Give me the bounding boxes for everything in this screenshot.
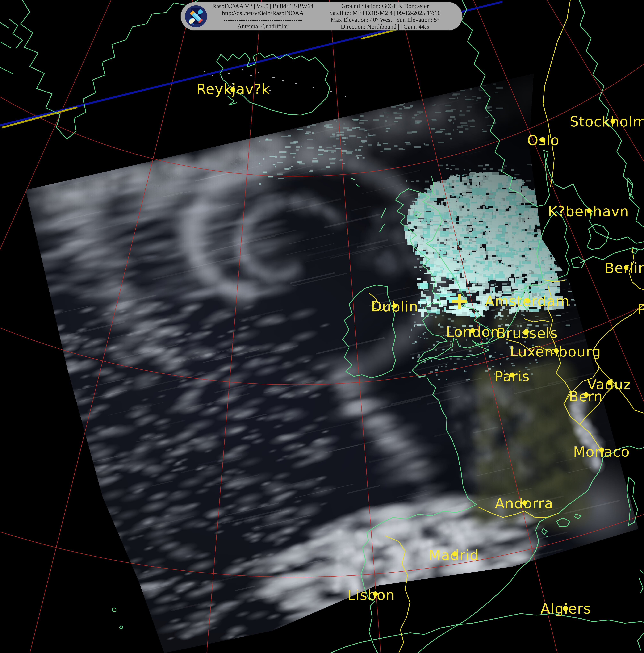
header-left-column: RaspiNOAA V2 | V4.0 | Build: 13-BW64 htt…: [210, 3, 316, 30]
city-label: Luxembourg: [510, 343, 601, 360]
city-dot: [522, 501, 527, 506]
city-label: P: [637, 301, 644, 317]
city-label: Algiers: [541, 600, 591, 617]
city-dot: [541, 137, 545, 143]
city-dot: [373, 591, 378, 597]
city-name: P: [637, 301, 644, 317]
city-label: Reykjav?k: [196, 81, 270, 97]
app-url: http://qsl.net/ve3elb/RaspiNOAA: [210, 9, 316, 17]
city-label: Oslo: [527, 132, 559, 149]
city-label: Dublin: [371, 298, 418, 315]
city-label: Andorra: [495, 495, 553, 511]
city-label: Monaco: [573, 443, 630, 460]
city-dot: [392, 304, 397, 309]
city-name: Stockholm: [570, 113, 644, 130]
city-dot: [563, 606, 568, 611]
divider-line: ------------------------------------: [210, 17, 316, 23]
city-dot: [584, 392, 589, 397]
city-label: Madrid: [429, 547, 479, 563]
city-dot: [624, 265, 628, 270]
city-label: Berlin: [604, 260, 644, 276]
city-label: London: [446, 323, 500, 340]
track-line-yellow: [3, 107, 77, 127]
city-dot: [452, 551, 457, 557]
satellite-logo-icon: [184, 5, 208, 28]
satellite-pass-info: Satellite: METEOR-M2 4 | 09-12-2025 17:1…: [316, 9, 454, 16]
app-version: RaspiNOAA V2 | V4.0 | Build: 13-BW64: [210, 3, 316, 9]
city-label: Paris: [495, 368, 530, 385]
direction-gain-info: Direction: Northbound | | Gain: 44.5: [316, 23, 454, 30]
city-dot: [554, 348, 559, 353]
ground-station-info: Ground Station: G0GHK Doncaster: [316, 3, 454, 9]
city-dot: [524, 329, 529, 334]
satellite-map-viewport: + Reykjav?k Oslo Stockholm K?benhavn Ber…: [0, 0, 644, 653]
city-label: Lisbon: [348, 587, 395, 603]
city-name: Lisbon: [348, 587, 395, 603]
header-right-column: Ground Station: G0GHK Doncaster Satellit…: [316, 3, 462, 30]
ground-station-marker: +: [449, 289, 470, 313]
city-dot: [610, 119, 615, 124]
city-label: Brussels: [496, 325, 558, 341]
city-dot: [470, 328, 475, 333]
city-dot: [510, 372, 515, 378]
city-dot: [587, 208, 592, 214]
header-panel: RaspiNOAA V2 | V4.0 | Build: 13-BW64 htt…: [181, 2, 462, 30]
city-dot: [231, 87, 235, 92]
city-label: Amsterdam: [485, 293, 570, 309]
city-label: K?benhavn: [548, 203, 629, 219]
city-dot: [599, 448, 604, 453]
city-dot: [607, 380, 612, 385]
city-label: Stockholm: [570, 113, 644, 130]
city-dot: [525, 298, 530, 303]
elevation-info: Max Elevation: 40° West | Sun Elevation:…: [316, 16, 454, 23]
city-label: Vaduz: [587, 376, 631, 392]
antenna-info: Antenna: Quadrifilar: [210, 23, 316, 30]
